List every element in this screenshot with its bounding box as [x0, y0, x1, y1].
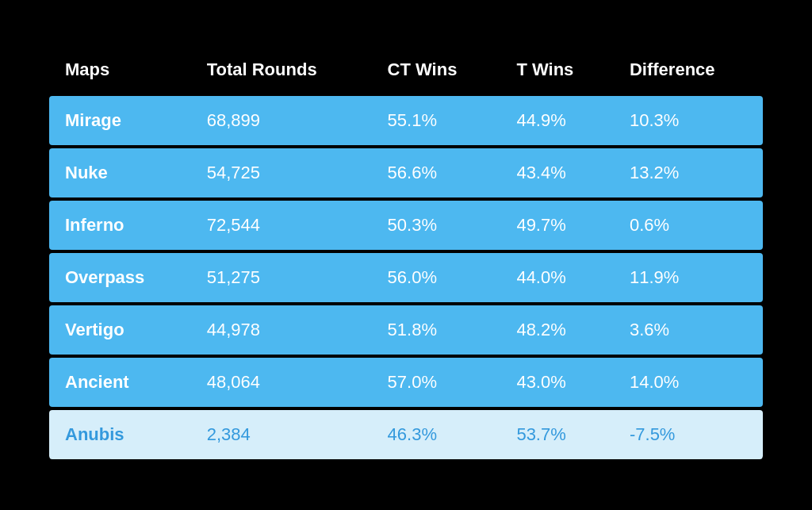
table-row: Nuke54,72556.6%43.4%13.2%	[49, 148, 763, 197]
total-rounds: 44,978	[191, 305, 372, 355]
header-difference: Difference	[614, 52, 763, 93]
difference: 3.6%	[614, 305, 763, 355]
header-ct-wins: CT Wins	[372, 52, 501, 93]
table-row: Overpass51,27556.0%44.0%11.9%	[49, 253, 763, 302]
total-rounds: 68,899	[191, 96, 372, 145]
difference: 0.6%	[614, 201, 763, 250]
ct-wins: 50.3%	[372, 201, 501, 250]
t-wins: 49.7%	[500, 201, 614, 250]
map-name: Mirage	[49, 96, 191, 145]
table-header-row: Maps Total Rounds CT Wins T Wins Differe…	[49, 52, 763, 93]
ct-wins: 57.0%	[372, 358, 501, 407]
difference: 14.0%	[614, 358, 763, 407]
t-wins: 48.2%	[500, 305, 614, 355]
map-name: Nuke	[49, 148, 191, 197]
ct-wins: 55.1%	[372, 96, 501, 145]
header-t-wins: T Wins	[500, 52, 614, 93]
data-table: Maps Total Rounds CT Wins T Wins Differe…	[49, 48, 763, 462]
map-name: Overpass	[49, 253, 191, 302]
map-name: Ancient	[49, 358, 191, 407]
table-row: Anubis2,38446.3%53.7%-7.5%	[49, 410, 763, 459]
total-rounds: 54,725	[191, 148, 372, 197]
t-wins: 44.9%	[500, 96, 614, 145]
table-row: Vertigo44,97851.8%48.2%3.6%	[49, 305, 763, 355]
difference: 10.3%	[614, 96, 763, 145]
t-wins: 43.4%	[500, 148, 614, 197]
total-rounds: 2,384	[191, 410, 372, 459]
total-rounds: 48,064	[191, 358, 372, 407]
ct-wins: 51.8%	[372, 305, 501, 355]
total-rounds: 51,275	[191, 253, 372, 302]
header-maps: Maps	[49, 52, 191, 93]
total-rounds: 72,544	[191, 201, 372, 250]
t-wins: 43.0%	[500, 358, 614, 407]
t-wins: 44.0%	[500, 253, 614, 302]
ct-wins: 56.0%	[372, 253, 501, 302]
map-name: Vertigo	[49, 305, 191, 355]
t-wins: 53.7%	[500, 410, 614, 459]
header-total-rounds: Total Rounds	[191, 52, 372, 93]
map-name: Anubis	[49, 410, 191, 459]
difference: 11.9%	[614, 253, 763, 302]
map-name: Inferno	[49, 201, 191, 250]
difference: -7.5%	[614, 410, 763, 459]
ct-wins: 56.6%	[372, 148, 501, 197]
difference: 13.2%	[614, 148, 763, 197]
table-row: Mirage68,89955.1%44.9%10.3%	[49, 96, 763, 145]
ct-wins: 46.3%	[372, 410, 501, 459]
table-row: Inferno72,54450.3%49.7%0.6%	[49, 201, 763, 250]
table-row: Ancient48,06457.0%43.0%14.0%	[49, 358, 763, 407]
